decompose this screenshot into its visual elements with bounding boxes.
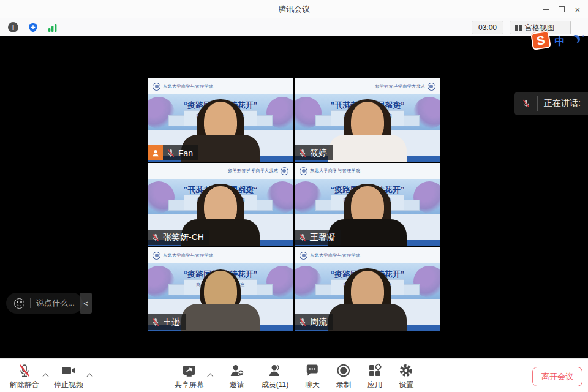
members-button[interactable]: 成员(11) <box>262 363 288 390</box>
figure-shoulders <box>181 304 260 331</box>
moon-mode-icon[interactable] <box>569 36 578 45</box>
chat-button[interactable]: 聊天 <box>305 363 320 390</box>
members-person-icon <box>267 363 283 378</box>
apps-label: 应用 <box>368 380 382 390</box>
window-controls: × <box>538 0 586 18</box>
stop-video-button[interactable]: 停止视频 <box>54 363 83 390</box>
participant-name-tag: 张笑妍-CH <box>148 230 209 245</box>
participant-name: 王逊 <box>163 317 180 328</box>
chat-bubble-icon <box>305 363 320 378</box>
participant-name: Fan <box>178 148 193 158</box>
tencent-meeting-window: 腾讯会议 × i 03:00 <box>0 0 588 392</box>
video-options-chevron[interactable] <box>87 374 93 380</box>
mic-options-chevron[interactable] <box>43 374 49 380</box>
maximize-button[interactable] <box>554 1 570 17</box>
signal-bars-icon <box>48 23 58 32</box>
network-status-button[interactable] <box>45 20 59 34</box>
mic-muted-icon <box>17 363 32 378</box>
sogou-ime-icon[interactable]: S <box>531 31 552 50</box>
chevron-left-icon: < <box>83 299 88 308</box>
participant-tile[interactable]: 东北大学商学与管理学院 “疫路同行 静待花开” 商学与管理学院 线上讲座 <box>295 78 440 162</box>
unmute-button[interactable]: 解除静音 <box>10 363 39 390</box>
speaking-indicator-label: 正在讲话: <box>538 98 588 109</box>
unmute-label: 解除静音 <box>10 380 39 390</box>
video-grid-row: 东北大学商学与管理学院 “疫路同行 静待花开” 商学与管理学院 线上讲座 <box>0 78 588 162</box>
mic-muted-icon <box>298 317 307 327</box>
ime-degree-mark: ° <box>582 34 584 40</box>
participant-name: 筱婷 <box>310 148 327 159</box>
invite-label: 邀请 <box>230 380 244 390</box>
virtual-background-header: 东北大学商学与管理学院 <box>148 78 293 94</box>
university-logo-text: 东北大学商学与管理学院 <box>228 168 279 174</box>
participant-tile[interactable]: 东北大学商学与管理学院 “疫路同行 静待花开” 商学与管理学院 线上讲座 <box>295 247 440 331</box>
apps-grid-icon <box>368 363 382 378</box>
info-icon: i <box>8 22 18 32</box>
ime-indicator: S 中 ° <box>532 31 584 49</box>
record-button[interactable]: 录制 <box>336 363 351 390</box>
close-button[interactable]: × <box>570 1 586 17</box>
virtual-background-header: 东北大学商学与管理学院 <box>148 163 293 179</box>
mic-muted-icon <box>521 99 531 108</box>
meeting-toolbar: 解除静音 停止视频 <box>0 358 588 392</box>
maximize-icon <box>559 6 565 12</box>
virtual-background-header: 东北大学商学与管理学院 <box>295 247 440 263</box>
grid-view-icon <box>515 24 522 31</box>
participant-tile[interactable]: 东北大学商学与管理学院 “疫路同行 静待花开” 商学与管理学院 线上讲座 <box>295 163 440 246</box>
chat-label: 聊天 <box>305 380 320 390</box>
virtual-background-header: 东北大学商学与管理学院 <box>295 78 440 94</box>
shield-plus-icon <box>28 22 39 33</box>
mic-muted-icon <box>298 233 307 243</box>
participant-name-tag: Fan <box>148 145 198 160</box>
record-label: 录制 <box>336 380 351 390</box>
meeting-info-button[interactable]: i <box>6 20 20 34</box>
gear-icon <box>399 363 413 378</box>
minimize-button[interactable] <box>538 1 554 17</box>
window-title: 腾讯会议 <box>0 0 588 18</box>
close-icon: × <box>575 5 581 14</box>
mic-muted-icon <box>151 233 160 243</box>
participant-name-tag: 王逊 <box>148 314 186 330</box>
apps-button[interactable]: 应用 <box>368 363 382 390</box>
record-circle-icon <box>336 363 351 378</box>
share-options-chevron[interactable] <box>207 374 213 380</box>
participant-tile[interactable]: 东北大学商学与管理学院 “疫路同行 静待花开” 商学与管理学院 线上讲座 <box>148 163 293 246</box>
members-label: 成员(11) <box>262 380 288 390</box>
invite-button[interactable]: 邀请 <box>229 363 245 390</box>
university-seal-icon <box>300 167 307 175</box>
university-seal-icon <box>153 83 160 91</box>
title-bar: 腾讯会议 × <box>0 0 588 18</box>
university-seal-icon <box>281 167 288 175</box>
mic-muted-icon <box>151 317 160 327</box>
participant-name-tag: 筱婷 <box>295 145 333 160</box>
speaking-indicator: 正在讲话: <box>514 92 588 115</box>
settings-label: 设置 <box>399 380 413 390</box>
page-previous-button[interactable]: < <box>80 293 92 314</box>
university-logo-text: 东北大学商学与管理学院 <box>163 83 214 89</box>
meeting-security-button[interactable] <box>26 20 40 34</box>
university-seal-icon <box>428 83 435 91</box>
mic-muted-icon <box>166 148 176 158</box>
university-logo-text: 东北大学商学与管理学院 <box>375 83 426 89</box>
stop-video-label: 停止视频 <box>54 380 83 390</box>
camera-icon <box>61 363 77 378</box>
ime-language-indicator[interactable]: 中 <box>554 34 565 48</box>
virtual-background-header: 东北大学商学与管理学院 <box>295 163 440 179</box>
invite-person-icon <box>229 363 245 378</box>
video-grid-row: 东北大学商学与管理学院 “疫路同行 静待花开” 商学与管理学院 线上讲座 <box>0 247 588 331</box>
mic-muted-icon <box>298 148 307 158</box>
figure-shoulders <box>328 304 407 331</box>
participant-tile[interactable]: 东北大学商学与管理学院 “疫路同行 静待花开” 商学与管理学院 线上讲座 <box>148 78 293 162</box>
minimize-icon <box>543 9 549 10</box>
quick-chat-input[interactable]: 说点什么... <box>6 293 83 314</box>
settings-button[interactable]: 设置 <box>399 363 413 390</box>
video-stage: 东北大学商学与管理学院 “疫路同行 静待花开” 商学与管理学院 线上讲座 <box>0 36 588 358</box>
participant-name: 张笑妍-CH <box>163 232 204 243</box>
participant-name-tag: 王馨凝 <box>295 230 341 245</box>
emoji-icon[interactable] <box>14 298 24 309</box>
share-screen-button[interactable]: 共享屏幕 <box>175 363 204 390</box>
participant-tile[interactable]: 东北大学商学与管理学院 “疫路同行 静待花开” 商学与管理学院 线上讲座 <box>148 247 293 331</box>
participant-name: 王馨凝 <box>310 232 336 243</box>
leave-meeting-button[interactable]: 离开会议 <box>532 367 582 386</box>
participant-name-tag: 周流 <box>295 314 333 330</box>
meeting-info-bar: i 03:00 宫格视图 <box>0 18 588 36</box>
